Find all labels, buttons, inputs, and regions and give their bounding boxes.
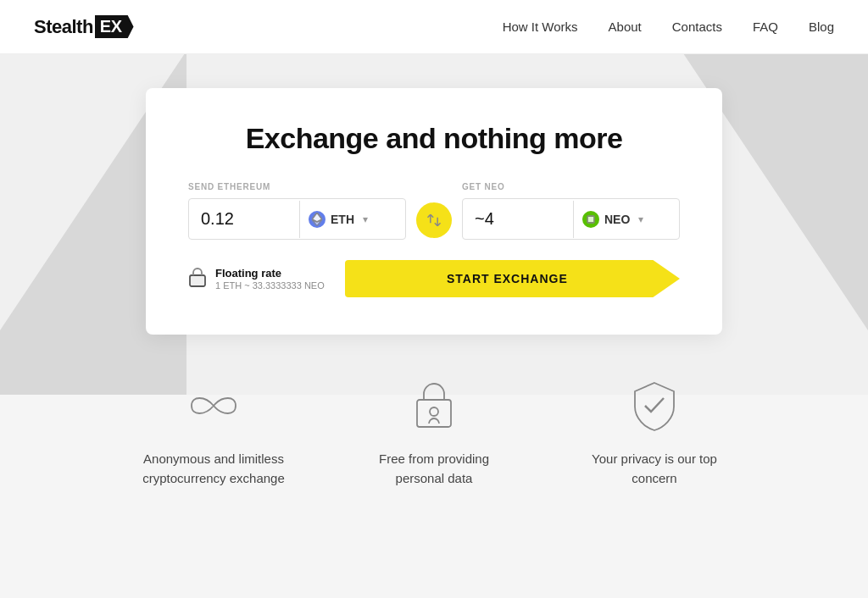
feature-privacy: Free from providing personal data: [358, 379, 510, 488]
send-amount-input[interactable]: [189, 199, 299, 239]
get-currency-name: NEO: [604, 213, 630, 226]
logo-box: EX: [95, 15, 134, 38]
lock-person-icon: [407, 379, 461, 433]
infinity-icon: [186, 379, 241, 433]
start-exchange-button[interactable]: START EXCHANGE: [345, 260, 680, 297]
rate-info: Floating rate 1 ETH ~ 33.3333333 NEO: [188, 266, 325, 292]
nav-faq[interactable]: FAQ: [753, 19, 778, 34]
neo-icon: [582, 211, 599, 228]
shield-check-icon: [627, 379, 682, 433]
feature-top-concern-text: Your privacy is our top concern: [578, 450, 731, 488]
svg-rect-2: [587, 216, 594, 223]
rate-value: 1 ETH ~ 33.3333333 NEO: [215, 280, 325, 291]
nav-contacts[interactable]: Contacts: [672, 19, 722, 34]
swap-button[interactable]: [416, 202, 452, 238]
get-group: GET NEO NEO ▾: [462, 182, 680, 240]
get-input-row: NEO ▾: [462, 198, 680, 240]
rate-text: Floating rate 1 ETH ~ 33.3333333 NEO: [215, 267, 325, 291]
features-section: Anonymous and limitless cryptocurrency e…: [86, 379, 782, 488]
exchange-title: Exchange and nothing more: [188, 122, 680, 155]
get-currency-select[interactable]: NEO ▾: [573, 201, 652, 238]
feature-privacy-text: Free from providing personal data: [358, 450, 510, 488]
send-input-row: ETH ▾: [188, 198, 406, 240]
main-nav: How It Works About Contacts FAQ Blog: [503, 19, 834, 34]
feature-anonymous: Anonymous and limitless cryptocurrency e…: [137, 379, 290, 488]
nav-how-it-works[interactable]: How It Works: [503, 19, 578, 34]
logo-text: Stealth: [34, 16, 93, 38]
send-label: SEND ETHEREUM: [188, 182, 406, 191]
send-currency-name: ETH: [331, 213, 354, 226]
get-label: GET NEO: [462, 182, 680, 191]
exchange-bottom-row: Floating rate 1 ETH ~ 33.3333333 NEO STA…: [188, 260, 680, 297]
svg-rect-4: [417, 400, 451, 427]
svg-rect-3: [190, 275, 205, 286]
send-group: SEND ETHEREUM ETH ▾: [188, 182, 406, 240]
nav-about[interactable]: About: [609, 19, 642, 34]
feature-anonymous-text: Anonymous and limitless cryptocurrency e…: [137, 450, 290, 488]
main-content: Exchange and nothing more SEND ETHEREUM: [0, 54, 868, 488]
nav-blog[interactable]: Blog: [809, 19, 834, 34]
send-currency-select[interactable]: ETH ▾: [299, 201, 376, 238]
exchange-card: Exchange and nothing more SEND ETHEREUM: [146, 88, 722, 335]
get-amount-input[interactable]: [463, 199, 573, 239]
send-chevron-icon: ▾: [363, 213, 368, 225]
rate-label: Floating rate: [215, 267, 325, 280]
eth-icon: [309, 211, 326, 228]
svg-point-5: [430, 407, 438, 416]
feature-top-concern: Your privacy is our top concern: [578, 379, 731, 488]
lock-icon: [188, 266, 207, 292]
get-chevron-icon: ▾: [638, 213, 643, 225]
header: Stealth EX How It Works About Contacts F…: [0, 0, 868, 54]
exchange-form: SEND ETHEREUM ETH ▾: [188, 182, 680, 240]
logo: Stealth EX: [34, 15, 134, 38]
